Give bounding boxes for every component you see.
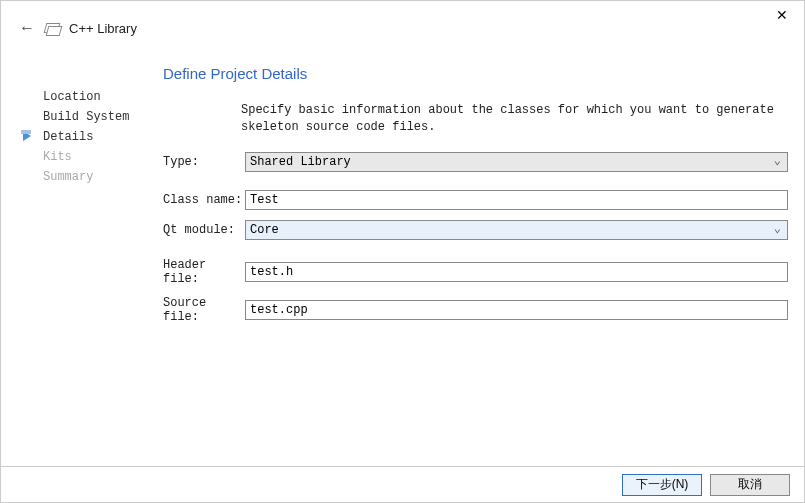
wizard-title: C++ Library [69, 21, 137, 36]
type-label: Type: [163, 155, 245, 169]
qt-module-select[interactable]: Core [245, 220, 788, 240]
source-file-input[interactable] [245, 300, 788, 320]
class-name-label: Class name: [163, 193, 245, 207]
type-select[interactable]: Shared Library [245, 152, 788, 172]
wizard-footer: 下一步(N) 取消 [1, 466, 804, 502]
header-file-input[interactable] [245, 262, 788, 282]
sidebar-item-summary: Summary [43, 167, 163, 187]
content-description: Specify basic information about the clas… [241, 102, 788, 136]
wizard-content: Define Project Details Specify basic inf… [163, 65, 792, 334]
cancel-button[interactable]: 取消 [710, 474, 790, 496]
header-file-label: Header file: [163, 258, 245, 286]
sidebar-item-build-system: Build System [43, 107, 163, 127]
type-select-value: Shared Library [250, 155, 351, 169]
source-file-label: Source file: [163, 296, 245, 324]
sidebar-item-details: Details [43, 127, 163, 147]
back-arrow-icon[interactable]: ← [19, 19, 35, 37]
library-icon [45, 21, 59, 35]
sidebar-item-location: Location [43, 87, 163, 107]
next-button[interactable]: 下一步(N) [622, 474, 702, 496]
wizard-header: ← C++ Library [1, 1, 804, 45]
qt-module-label: Qt module: [163, 223, 245, 237]
wizard-steps-sidebar: Location Build System Details Kits Summa… [43, 65, 163, 334]
qt-module-select-value: Core [250, 223, 279, 237]
class-name-input[interactable] [245, 190, 788, 210]
close-icon[interactable]: ✕ [772, 5, 792, 25]
content-heading: Define Project Details [163, 65, 788, 82]
sidebar-item-kits: Kits [43, 147, 163, 167]
